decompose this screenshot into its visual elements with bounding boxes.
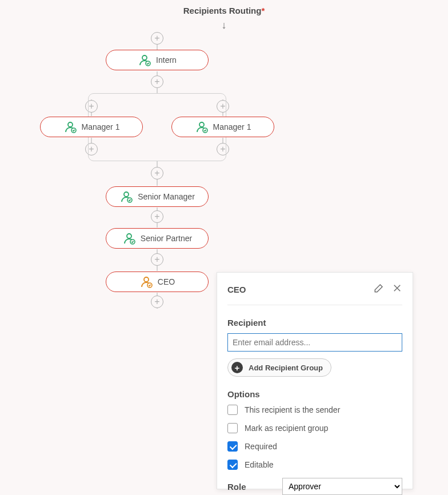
add-recipient-group-button[interactable]: + Add Recipient Group bbox=[227, 358, 331, 377]
person-icon bbox=[63, 121, 77, 133]
checkbox-label: Mark as recipient group bbox=[245, 424, 328, 433]
recipient-detail-panel: CEO Recipient + Add Recipient Group Opti… bbox=[217, 272, 413, 489]
panel-title: CEO bbox=[227, 285, 246, 294]
role-select[interactable]: Approver bbox=[282, 478, 402, 495]
close-icon[interactable] bbox=[392, 283, 402, 296]
role-label: Role bbox=[227, 482, 246, 492]
recipient-node-senior-manager[interactable]: Senior Manager bbox=[106, 186, 209, 207]
add-node-button[interactable]: + bbox=[151, 32, 163, 45]
checkbox-editable[interactable] bbox=[227, 460, 238, 470]
page-title-text: Recipients Routing bbox=[183, 6, 262, 15]
plus-circle-icon: + bbox=[231, 362, 243, 373]
recipient-node-senior-partner[interactable]: Senior Partner bbox=[106, 228, 209, 249]
recipient-label: Intern bbox=[156, 55, 177, 65]
add-node-button[interactable]: + bbox=[151, 167, 163, 179]
checkbox-required[interactable] bbox=[227, 441, 238, 452]
required-asterisk: * bbox=[261, 6, 265, 15]
edit-icon[interactable] bbox=[374, 283, 384, 296]
add-group-label: Add Recipient Group bbox=[249, 364, 323, 372]
add-node-button[interactable]: + bbox=[151, 75, 163, 88]
checkbox-is-sender[interactable] bbox=[227, 405, 238, 415]
recipient-node-intern[interactable]: Intern bbox=[106, 50, 209, 70]
recipient-label: Senior Partner bbox=[141, 234, 192, 243]
person-icon bbox=[138, 54, 151, 66]
recipient-node-manager1-left[interactable]: Manager 1 bbox=[40, 117, 143, 137]
recipient-label: Manager 1 bbox=[82, 122, 120, 131]
add-node-button[interactable]: + bbox=[151, 253, 163, 266]
person-icon bbox=[122, 232, 136, 245]
recipient-node-manager1-right[interactable]: Manager 1 bbox=[171, 117, 274, 137]
person-icon bbox=[195, 121, 209, 133]
options-section-label: Options bbox=[227, 389, 402, 399]
email-input[interactable] bbox=[227, 333, 402, 352]
page-title: Recipients Routing* bbox=[0, 6, 448, 15]
checkbox-label: Required bbox=[245, 442, 277, 451]
add-node-button[interactable]: + bbox=[151, 210, 163, 223]
recipient-label: Senior Manager bbox=[138, 192, 195, 201]
panel-header: CEO bbox=[227, 283, 402, 305]
checkbox-label: This recipient is the sender bbox=[245, 405, 340, 414]
add-node-button[interactable]: + bbox=[151, 296, 163, 308]
person-icon bbox=[119, 190, 133, 203]
arrow-down-icon: ↓ bbox=[222, 19, 227, 31]
checkbox-label: Editable bbox=[245, 460, 274, 469]
recipient-section-label: Recipient bbox=[227, 318, 402, 328]
person-icon bbox=[139, 276, 153, 288]
checkbox-recipient-group[interactable] bbox=[227, 423, 238, 433]
recipient-node-ceo[interactable]: CEO bbox=[106, 272, 209, 292]
recipient-label: CEO bbox=[158, 277, 175, 286]
recipient-label: Manager 1 bbox=[213, 122, 251, 131]
